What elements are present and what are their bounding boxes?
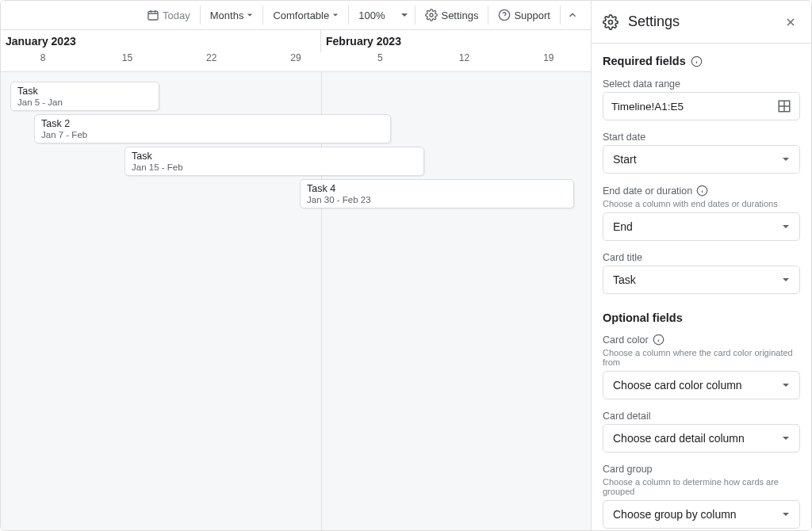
card-detail-select[interactable]: Choose card detail column [603, 424, 800, 453]
caret-down-icon [782, 155, 790, 163]
svg-point-3 [609, 20, 613, 24]
timeline-area: Today Months Comfortable 100% Settings [1, 1, 591, 530]
card-color-select[interactable]: Choose card color column [603, 371, 800, 399]
card-group-label: Card group [603, 464, 800, 475]
card-color-label: Card color [603, 334, 800, 346]
task-card[interactable]: TaskJan 5 - Jan [10, 82, 159, 111]
task-title: Task [132, 151, 417, 162]
end-date-hint: Choose a column with end dates or durati… [603, 199, 800, 208]
task-title: Task 4 [307, 183, 567, 194]
day-tick: 29 [254, 52, 338, 71]
svg-rect-0 [148, 11, 158, 20]
card-detail-label: Card detail [603, 411, 800, 422]
info-icon[interactable] [691, 55, 703, 67]
task-card[interactable]: TaskJan 15 - Feb [124, 147, 424, 176]
caret-down-icon [400, 11, 408, 19]
start-date-select[interactable]: Start [603, 145, 800, 174]
settings-button[interactable]: Settings [416, 1, 488, 29]
day-tick: 19 [507, 52, 591, 71]
density-dropdown[interactable]: Comfortable [263, 1, 348, 29]
today-button[interactable]: Today [137, 1, 200, 29]
card-title-select[interactable]: Task [603, 266, 800, 294]
day-tick: 8 [1, 52, 85, 71]
settings-label: Settings [441, 10, 478, 21]
help-icon [498, 9, 511, 21]
months-header: January 2023 February 2023 8 15 22 29 5 … [1, 30, 591, 72]
caret-down-icon [782, 434, 790, 442]
zoom-label: 100% [358, 10, 385, 21]
range-label: Select data range [603, 78, 800, 90]
end-date-select[interactable]: End [603, 212, 800, 241]
view-scale-label: Months [210, 10, 244, 21]
settings-panel: Settings Required fields Select data ran… [591, 1, 811, 530]
zoom-dropdown[interactable] [394, 1, 415, 29]
gear-icon [603, 14, 619, 30]
task-title: Task [17, 86, 152, 97]
task-title: Task 2 [41, 118, 384, 129]
day-tick: 12 [422, 52, 506, 71]
settings-title: Settings [628, 13, 772, 30]
today-label: Today [163, 10, 190, 21]
collapse-button[interactable] [561, 1, 584, 29]
task-card[interactable]: Task 2Jan 7 - Feb [34, 114, 391, 143]
close-button[interactable] [781, 13, 800, 32]
task-dates: Jan 15 - Feb [132, 162, 417, 172]
day-tick: 5 [338, 52, 422, 71]
close-icon [784, 16, 797, 29]
caret-down-icon [782, 223, 790, 231]
settings-header: Settings [592, 1, 811, 44]
settings-body: Required fields Select data range Timeli… [592, 44, 811, 530]
density-label: Comfortable [273, 10, 329, 21]
day-tick: 15 [85, 52, 169, 71]
caret-down-icon [782, 510, 790, 518]
info-icon[interactable] [653, 334, 665, 346]
day-tick: 22 [170, 52, 254, 71]
support-button[interactable]: Support [488, 1, 560, 29]
card-title-label: Card title [603, 252, 800, 263]
card-group-select[interactable]: Choose group by column [603, 500, 800, 529]
month-label: February 2023 [321, 30, 591, 52]
caret-down-icon [782, 381, 790, 389]
chart-body[interactable]: TaskJan 5 - JanTask 2Jan 7 - FebTaskJan … [1, 72, 591, 530]
required-fields-title: Required fields [603, 55, 800, 67]
calendar-icon [147, 9, 159, 21]
data-range-input[interactable]: Timeline!A1:E5 [603, 92, 800, 120]
end-date-label: End date or duration [603, 185, 800, 197]
grid-icon[interactable] [777, 99, 791, 113]
chevron-up-icon [567, 10, 578, 21]
zoom-level[interactable]: 100% [349, 1, 394, 29]
start-date-label: Start date [603, 132, 800, 143]
task-dates: Jan 30 - Feb 23 [307, 195, 567, 204]
svg-point-1 [430, 13, 433, 17]
view-scale-dropdown[interactable]: Months [201, 1, 263, 29]
toolbar: Today Months Comfortable 100% Settings [1, 1, 591, 30]
caret-down-icon [782, 276, 790, 284]
support-label: Support [514, 10, 550, 21]
month-label: January 2023 [1, 30, 321, 52]
info-icon[interactable] [696, 185, 708, 197]
caret-down-icon [332, 12, 339, 18]
day-ticks: 8 15 22 29 5 12 19 [1, 52, 591, 71]
card-group-hint: Choose a column to determine how cards a… [603, 477, 800, 496]
task-card[interactable]: Task 4Jan 30 - Feb 23 [300, 179, 574, 208]
card-color-hint: Choose a column where the card color ori… [603, 348, 800, 367]
caret-down-icon [247, 12, 253, 18]
task-dates: Jan 5 - Jan [17, 97, 152, 107]
optional-fields-title: Optional fields [603, 311, 800, 324]
task-dates: Jan 7 - Feb [41, 130, 384, 139]
gear-icon [425, 9, 438, 21]
